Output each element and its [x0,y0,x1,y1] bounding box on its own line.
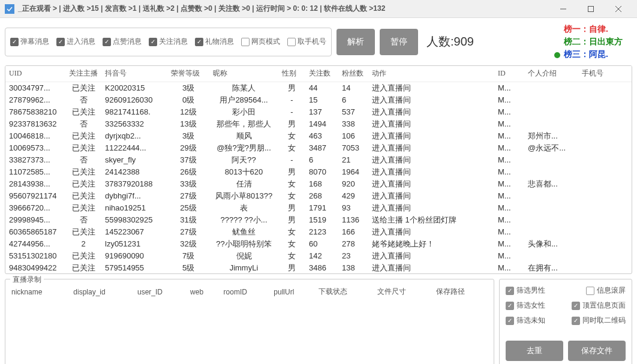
cell: 31级 [167,214,209,226]
record-table[interactable]: nickname display_id user_ID web roomID p… [8,284,491,299]
th-douyin[interactable]: 抖音号 [101,66,167,82]
cell: 42744956... [5,238,65,250]
cell: ????? ??小... [209,214,278,226]
rth-nickname[interactable]: nickname [8,284,70,299]
rth-dlstate[interactable]: 下载状态 [315,284,374,299]
th-id[interactable]: ID [494,66,524,82]
rth-display[interactable]: display_id [70,284,134,299]
cell: 463 [305,130,338,142]
save-button[interactable]: 保存文件 [568,341,626,361]
cell: 鱿鱼丝 [209,226,278,238]
cell: 94830499422 [5,262,65,274]
chk-follow[interactable]: 关注消息 [149,37,188,47]
rth-size[interactable]: 文件尺寸 [374,284,432,299]
table-row[interactable]: 60365865187已关注14522306727级鱿鱼丝女2123166进入直… [5,226,632,238]
cell: 已关注 [65,178,101,190]
cell: 92337813632 [5,118,65,130]
cell: JimmyLi [209,262,278,274]
cell: 8013十620 [209,166,278,178]
table-row[interactable]: 33827373...否skyer_fly37级阿天??-621进入直播间M..… [5,154,632,166]
rank-1: 榜一：自律. [564,23,623,35]
cell: nihao19251 [101,202,167,214]
th-sex[interactable]: 性别 [278,66,305,82]
table-row[interactable]: 53151302180已关注9196900907级倪妮女14223进入直播间M.… [5,250,632,262]
th-level[interactable]: 荣誉等级 [167,66,209,82]
cell [578,118,632,130]
cell: 女 [278,250,305,262]
table-row[interactable]: 95607921174已关注dybhgi7f...27级风雨小草8013??女2… [5,190,632,202]
chk-web[interactable]: 网页模式 [241,37,280,47]
chk-qr-same[interactable]: 同时取二维码 [572,315,626,326]
pause-button[interactable]: 暂停 [380,29,418,55]
checkbox-icon [287,38,296,46]
cell: 26级 [167,166,209,178]
chk-gift[interactable]: 礼物消息 [195,37,234,47]
table-row[interactable]: 28143938...已关注3783792018833级任清女168920进入直… [5,178,632,190]
cell: 919690090 [101,250,167,262]
table-row[interactable]: 94830499422已关注5795149555级JimmyLi男3486138… [5,262,632,274]
cell [578,82,632,94]
cell [578,250,632,262]
cell: 进入直播间 [368,142,494,154]
chk-enter[interactable]: 进入消息 [56,37,95,47]
cell: 1136 [338,214,368,226]
cell: skyer_fly [101,154,167,166]
table-row[interactable]: 11072585...已关注2414238826级8013十620男807019… [5,166,632,178]
cell: K20020315 [101,82,167,94]
chk-info-scroll[interactable]: 信息滚屏 [586,285,626,296]
cell: 6 [305,154,338,166]
table-row[interactable]: 30034797...已关注K200203153级陈某人男4414进入直播间M.… [5,82,632,94]
cell: 95607921174 [5,190,65,202]
table-row[interactable]: 42744956...2lzy05123132级??小聪明特别笨女60278姥爷… [5,238,632,250]
cell: 429 [338,190,368,202]
chk-filter-unknown[interactable]: 筛选未知 [506,315,545,326]
th-follow[interactable]: 关注主播 [65,66,101,82]
chk-like[interactable]: 点赞消息 [103,37,142,47]
rth-path[interactable]: 保存路径 [432,284,491,299]
th-phone[interactable]: 手机号 [578,66,632,82]
table-row[interactable]: 10046818...已关注dyrjxqb2...3级顺风女463106进入直播… [5,130,632,142]
th-uid[interactable]: UID [5,66,65,82]
cell: 2 [65,238,101,250]
minimize-button[interactable] [549,0,577,18]
dedup-button[interactable]: 去重 [506,341,563,361]
cell: 7053 [338,142,368,154]
cell: - [278,106,305,118]
cell [524,202,578,214]
cell: 168 [305,178,338,190]
cell: 已关注 [65,190,101,202]
cell: 3486 [305,262,338,274]
rth-userid[interactable]: user_ID [134,284,187,299]
main-table[interactable]: UID 关注主播 抖音号 荣誉等级 昵称 性别 关注数 粉丝数 动作 ID 个人… [5,66,632,274]
cell: 阿天?? [209,154,278,166]
th-following[interactable]: 关注数 [305,66,338,82]
th-fans[interactable]: 粉丝数 [338,66,368,82]
cell: 278 [338,238,368,250]
table-row[interactable]: 39666720...已关注nihao1925125级表男179193进入直播间… [5,202,632,214]
rth-web[interactable]: web [187,284,220,299]
th-action[interactable]: 动作 [368,66,494,82]
chk-filter-female[interactable]: 筛选女性 [506,300,545,311]
cell: 29级 [167,142,209,154]
maximize-button[interactable] [577,0,605,18]
rth-pull[interactable]: pullUrl [270,284,315,299]
table-row[interactable]: 92337813632否33256333213级那些年，那些人男1494338进… [5,118,632,130]
cell: 15 [305,94,338,106]
table-row[interactable]: 29998945...否5599830292531级????? ??小...男1… [5,214,632,226]
th-intro[interactable]: 个人介绍 [524,66,578,82]
table-row[interactable]: 27879962...否926091260300级用户289564...-156… [5,94,632,106]
cell: 否 [65,118,101,130]
parse-button[interactable]: 解析 [336,29,375,55]
cell: - [278,154,305,166]
chk-pin-info[interactable]: 顶置信息页面 [572,300,626,311]
th-nick[interactable]: 昵称 [209,66,278,82]
chk-danmu[interactable]: 弹幕消息 [10,37,49,47]
cell: 920 [338,178,368,190]
chk-filter-male[interactable]: 筛选男性 [506,285,545,296]
cell: 5级 [167,262,209,274]
close-button[interactable] [605,0,632,18]
table-row[interactable]: 78675838210已关注9821741168.12级彩小田-137537进入… [5,106,632,118]
chk-phone[interactable]: 取手机号 [287,37,326,47]
rth-room[interactable]: roomID [220,284,271,299]
table-row[interactable]: 10069573...已关注11222444...29级@独?宠?男朋...女3… [5,142,632,154]
